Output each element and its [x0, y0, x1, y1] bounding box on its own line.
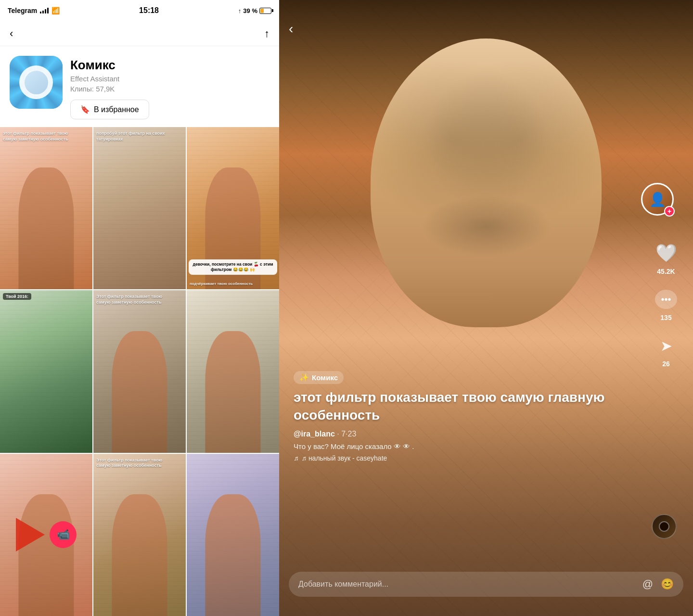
favorite-button[interactable]: 🔖 В избранное — [70, 100, 149, 119]
cell-4-badge: Твой 2016: — [3, 293, 31, 300]
comment-action: ••• 135 — [654, 287, 679, 321]
speech-bubble-3: девочки, посмотрите на свои 🍒 с этим фил… — [189, 259, 277, 275]
status-right: ↑ 39 % — [238, 7, 271, 14]
app-title: Комикс — [70, 58, 270, 73]
nav-bar: ‹ ↑ — [0, 21, 279, 46]
app-icon-mirror — [23, 69, 50, 96]
app-clips: Клипы: 57,9K — [70, 85, 270, 93]
cell-2-bg — [93, 127, 186, 289]
username-row: @ira_blanc · 7·23 — [294, 430, 635, 438]
person-1 — [18, 167, 74, 289]
signal-bars — [40, 8, 49, 13]
cell-2-text: попробуй этот фильтр на своих татуировка… — [96, 131, 175, 142]
red-arrow-icon — [16, 518, 45, 552]
grid-cell-4[interactable]: Твой 2016: — [0, 290, 92, 452]
main-caption: этот фильтр показывает твою самую главну… — [294, 389, 635, 424]
grid-cell-9[interactable] — [187, 454, 279, 616]
carrier-label: Telegram — [8, 7, 37, 14]
comment-icon: ••• — [655, 290, 677, 309]
comment-count: 135 — [660, 314, 671, 321]
comment-icon-wrap[interactable]: ••• — [654, 287, 679, 312]
share-icon-wrap[interactable]: ➤ — [654, 333, 679, 358]
app-icon-inner — [19, 65, 53, 99]
cell-4-bg — [0, 290, 92, 452]
share-action: ➤ 26 — [654, 333, 679, 368]
cell-1-text: этот фильтр показывает твою самую заметн… — [3, 131, 81, 142]
battery-icon — [259, 8, 271, 14]
description-text: Что у вас? Моё лицо сказало 👁 👁 . — [294, 441, 635, 451]
app-subtitle: Effect Assistant — [70, 75, 270, 83]
status-bar: Telegram 📶 15:18 ↑ 39 % — [0, 0, 279, 21]
face-area — [371, 38, 602, 327]
comment-bar[interactable]: Добавить комментарий... @ 😊 — [289, 572, 683, 597]
at-icon[interactable]: @ — [642, 578, 653, 590]
cell-8-text: Этот фильтр показывает твою самую заметн… — [96, 458, 175, 469]
post-time: · 7·23 — [337, 430, 356, 438]
share-button[interactable]: ↑ — [264, 27, 270, 40]
app-info: Комикс Effect Assistant Клипы: 57,9K 🔖 В… — [0, 46, 279, 127]
person-9 — [205, 494, 260, 616]
favorite-label: В избранное — [94, 105, 139, 114]
music-note-icon: ♬ — [294, 454, 299, 462]
person-5 — [112, 331, 167, 453]
emoji-icon[interactable]: 😊 — [661, 578, 674, 590]
person-6 — [205, 331, 260, 453]
app-details: Комикс Effect Assistant Клипы: 57,9K 🔖 В… — [70, 56, 270, 119]
video-grid: этот фильтр показывает твою самую заметн… — [0, 127, 279, 616]
username[interactable]: @ira_blanc — [294, 430, 335, 438]
heart-icon: 🤍 — [655, 243, 677, 263]
grid-cell-3[interactable]: девочки, посмотрите на свои 🍒 с этим фил… — [187, 127, 279, 289]
arrow-overlay: 📹 — [0, 454, 92, 616]
video-text-overlay: ✨ Комикс этот фильтр показывает твою сам… — [294, 371, 635, 462]
status-time: 15:18 — [139, 6, 159, 15]
camera-icon: 📹 — [57, 528, 70, 541]
back-button[interactable]: ‹ — [10, 27, 13, 40]
cell-3-bottom-text: подчёркивает твою особенность — [190, 282, 253, 286]
share-count: 26 — [662, 360, 670, 368]
comment-icons: @ 😊 — [642, 578, 674, 590]
comment-placeholder[interactable]: Добавить комментарий... — [298, 580, 642, 589]
dots-icon: ••• — [661, 294, 671, 305]
like-icon-wrap[interactable]: 🤍 — [654, 241, 679, 266]
music-row: ♬ ♬ нальный звук - caseyhate — [294, 454, 635, 462]
app-icon — [10, 56, 63, 109]
video-back-button[interactable]: ‹ — [289, 21, 293, 37]
grid-cell-6[interactable] — [187, 290, 279, 452]
grid-cell-7[interactable]: 📹 — [0, 454, 92, 616]
wifi-icon: 📶 — [51, 7, 60, 14]
music-disc — [652, 514, 677, 539]
camera-button[interactable]: 📹 — [50, 521, 77, 548]
avatar-follow-button[interactable]: + — [664, 206, 675, 217]
face-sketch-lines — [371, 38, 602, 327]
filter-badge-icon: ✨ — [299, 373, 309, 382]
share-icon: ➤ — [660, 337, 672, 354]
left-panel: Telegram 📶 15:18 ↑ 39 % ‹ ↑ Комикс — [0, 0, 279, 616]
filter-badge-text: Комикс — [312, 373, 338, 382]
grid-cell-1[interactable]: этот фильтр показывает твою самую заметн… — [0, 127, 92, 289]
like-count: 45.2K — [657, 268, 675, 275]
grid-cell-5[interactable]: Этот фильтр показывает твою самую заметн… — [93, 290, 186, 452]
grid-cell-2[interactable]: попробуй этот фильтр на своих татуировка… — [93, 127, 186, 289]
status-left: Telegram 📶 — [8, 7, 60, 14]
battery-fill — [260, 9, 264, 13]
location-icon: ↑ — [238, 7, 242, 14]
battery-percent: 39 % — [243, 7, 257, 14]
like-action: 🤍 45.2K — [654, 241, 679, 275]
person-8 — [112, 494, 167, 616]
grid-cell-8[interactable]: Этот фильтр показывает твою самую заметн… — [93, 454, 186, 616]
filter-badge[interactable]: ✨ Комикс — [294, 371, 344, 384]
right-actions: 🤍 45.2K ••• 135 ➤ 26 — [654, 241, 679, 368]
music-text: ♬ нальный звук - caseyhate — [302, 454, 387, 462]
cell-5-text: Этот фильтр показывает твою самую заметн… — [96, 294, 175, 305]
avatar-container: 👤 + — [641, 183, 674, 216]
right-panel: ‹ 👤 + 🤍 45.2K ••• 135 ➤ 26 — [279, 0, 693, 616]
bookmark-icon: 🔖 — [80, 105, 90, 114]
